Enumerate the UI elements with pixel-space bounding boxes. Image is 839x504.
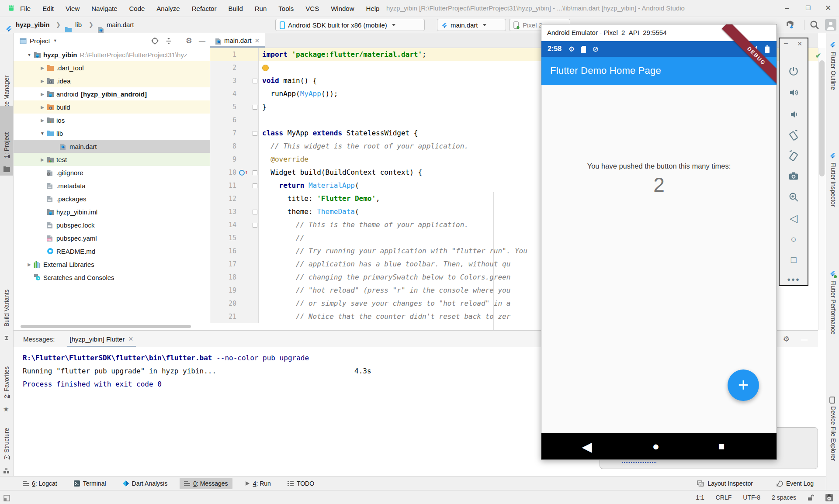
flutter-bat-link[interactable]: R:\Flutter\FlutterSDK\flutter\bin\flutte…: [23, 354, 212, 362]
emulator-volume-up-button[interactable]: [780, 87, 808, 99]
tree-row-build[interactable]: ▶build: [14, 100, 210, 114]
tree-row--idea[interactable]: ▶.idea: [14, 74, 210, 87]
toolwindow-button-dart-analysis[interactable]: Dart Analysis: [118, 478, 172, 489]
breadcrumb-folder[interactable]: lib: [75, 17, 82, 33]
nav-overview-button[interactable]: ■: [713, 433, 730, 459]
menu-item-help[interactable]: Help: [366, 5, 380, 12]
editor-scrollbar-thumb[interactable]: [819, 60, 825, 176]
project-view-selector[interactable]: Project: [30, 37, 50, 45]
gear-icon[interactable]: ⚙: [783, 335, 790, 344]
emulator-zoom-button[interactable]: [780, 192, 808, 204]
lock-icon[interactable]: [808, 494, 814, 501]
tree-row-main-dart[interactable]: main.dart: [14, 140, 210, 153]
tree-row--metadata[interactable]: .metadata: [14, 179, 210, 192]
menu-item-analyze[interactable]: Analyze: [156, 5, 180, 12]
search-icon[interactable]: [809, 20, 820, 30]
menu-item-file[interactable]: File: [20, 5, 31, 12]
close-tab-icon[interactable]: ✕: [128, 335, 133, 342]
tree-row-test[interactable]: ▶test: [14, 153, 210, 166]
menu-item-edit[interactable]: Edit: [42, 5, 54, 12]
emulator-back-button[interactable]: ◁: [780, 212, 808, 224]
fold-marker-icon[interactable]: [253, 223, 257, 228]
tree-row--packages[interactable]: .packages: [14, 192, 210, 205]
fold-marker-icon[interactable]: [253, 210, 257, 214]
sidebar-tab-2-favorites[interactable]: 2: Favorites: [3, 366, 10, 398]
menu-item-tools[interactable]: Tools: [278, 5, 294, 12]
status-item[interactable]: CRLF: [716, 494, 732, 501]
gradle-elf-icon[interactable]: [825, 494, 833, 501]
tree-arrow-icon[interactable]: ▶: [38, 66, 47, 70]
emulator-minimize-button[interactable]: –: [784, 39, 788, 47]
horizontal-scrollbar[interactable]: [21, 325, 191, 328]
tree-row-ios[interactable]: ▶ios: [14, 114, 210, 127]
status-item[interactable]: UTF-8: [743, 494, 760, 501]
tree-row--gitignore[interactable]: .gitignore: [14, 166, 210, 179]
gear-icon[interactable]: ⚙: [186, 36, 192, 45]
tree-arrow-icon[interactable]: ▶: [38, 157, 47, 162]
breadcrumb-project[interactable]: hyzp_yibin: [16, 17, 50, 33]
menu-item-build[interactable]: Build: [228, 5, 243, 12]
toolwindow-button-terminal[interactable]: Terminal: [69, 478, 111, 489]
menu-item-code[interactable]: Code: [129, 5, 145, 12]
profile-avatar-icon[interactable]: [825, 19, 836, 31]
run-config-dropdown[interactable]: main.dart: [437, 19, 506, 31]
inspection-ok-icon[interactable]: ✔: [815, 52, 821, 60]
emulator-power-button[interactable]: [780, 66, 808, 78]
menu-item-window[interactable]: Window: [331, 5, 354, 12]
messages-flutter-tab[interactable]: [hyzp_yibin] Flutter ✕: [67, 331, 136, 347]
fold-marker-icon[interactable]: [253, 105, 257, 110]
tool-window-toggle-icon[interactable]: [3, 494, 10, 501]
menu-item-navigate[interactable]: Navigate: [91, 5, 117, 12]
sidebar-tab-build-variants[interactable]: Build Variants: [3, 290, 10, 327]
sidebar-tab-device-file-explorer[interactable]: Device File Explorer: [830, 406, 837, 461]
sdk-manager-icon[interactable]: [785, 20, 795, 30]
menu-item-view[interactable]: View: [66, 5, 80, 12]
tree-row-pubspec-yaml[interactable]: YMLpubspec.yaml: [14, 231, 210, 245]
sidebar-tab-flutter-performance[interactable]: Flutter Performance: [830, 280, 837, 335]
nav-home-button[interactable]: ●: [647, 433, 665, 459]
emulator-home-button[interactable]: ○: [780, 234, 808, 245]
increment-fab-button[interactable]: +: [728, 369, 759, 401]
toolwindow-button-todo[interactable]: TODO: [283, 478, 319, 489]
tree-arrow-icon[interactable]: ▶: [38, 105, 47, 110]
fold-marker-icon[interactable]: [253, 183, 257, 188]
tree-row-scratches-and-consoles[interactable]: Scratches and Consoles: [14, 271, 210, 284]
emulator-screenshot-button[interactable]: [780, 171, 808, 183]
emulator-overview-button[interactable]: □: [780, 255, 808, 265]
toolwindow-button-4-run[interactable]: 4: Run: [240, 478, 275, 489]
toolwindow-button-6-logcat[interactable]: 6: Logcat: [18, 478, 62, 489]
breadcrumb-file[interactable]: main.dart: [107, 17, 134, 33]
tree-row-hyzp-yibin[interactable]: ▼hyzp_yibinR:\FlutterProject\FlutterProj…: [14, 48, 210, 61]
minimize-window-button[interactable]: –: [777, 0, 797, 17]
tree-arrow-icon[interactable]: ▶: [38, 118, 47, 123]
override-gutter-icon[interactable]: [239, 170, 245, 176]
toolwindow-button-event-log[interactable]: Event Log: [772, 478, 818, 489]
emulator-volume-down-button[interactable]: [780, 109, 808, 121]
sidebar-tab-1-project[interactable]: 1: Project: [3, 132, 10, 158]
tab-main-dart[interactable]: main.dart ✕: [210, 33, 265, 48]
toolwindow-button-0-messages[interactable]: 0: Messages: [180, 478, 232, 489]
tree-row-pubspec-lock[interactable]: pubspec.lock: [14, 218, 210, 231]
intention-bulb-icon[interactable]: [262, 65, 269, 71]
tree-row-external-libraries[interactable]: ▶External Libraries: [14, 258, 210, 271]
tree-arrow-icon[interactable]: ▶: [38, 79, 47, 83]
fold-marker-icon[interactable]: [253, 170, 257, 175]
collapse-all-icon[interactable]: [165, 37, 172, 45]
emulator-rotate-left-button[interactable]: [780, 130, 808, 142]
sidebar-tab-flutter-outline[interactable]: Flutter Outline: [830, 52, 837, 90]
maximize-window-button[interactable]: ❐: [798, 0, 818, 17]
tree-row-readme-md[interactable]: README.md: [14, 245, 210, 258]
android-emulator-window[interactable]: Android Emulator - Pixel_2_API_29:5554 2…: [541, 24, 777, 460]
status-item[interactable]: 2 spaces: [772, 494, 796, 501]
toolwindow-button-layout-inspector[interactable]: Layout Inspector: [693, 478, 757, 489]
tree-row-lib[interactable]: ▼lib: [14, 127, 210, 140]
emulator-more-button[interactable]: ●●●: [780, 275, 808, 283]
close-tab-icon[interactable]: ✕: [255, 37, 260, 44]
tree-row-hyzp-yibin-iml[interactable]: hyzp_yibin.iml: [14, 205, 210, 218]
hide-panel-icon[interactable]: —: [801, 335, 808, 343]
hide-panel-icon[interactable]: —: [199, 37, 205, 45]
menu-item-vcs[interactable]: VCS: [305, 5, 319, 12]
tree-arrow-icon[interactable]: ▼: [25, 52, 34, 57]
tree-arrow-icon[interactable]: ▶: [38, 92, 47, 97]
fold-marker-icon[interactable]: [253, 131, 257, 136]
